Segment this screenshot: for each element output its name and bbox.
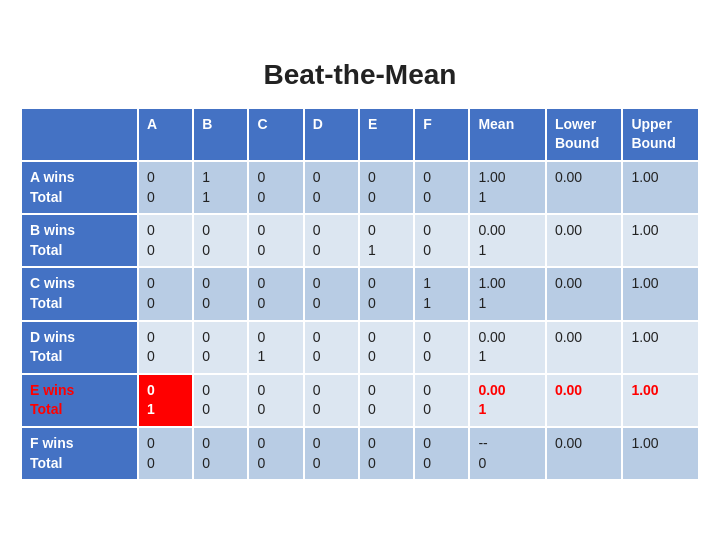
cell-b: 0 0 bbox=[193, 427, 248, 480]
table-row: F wins Total0 00 00 00 00 00 0-- 00.001.… bbox=[21, 427, 699, 480]
cell-c: 0 1 bbox=[248, 321, 303, 374]
cell-mean: 1.00 1 bbox=[469, 267, 546, 320]
row-label: F wins Total bbox=[21, 427, 138, 480]
cell-d: 0 0 bbox=[304, 161, 359, 214]
cell-lower: 0.00 bbox=[546, 321, 623, 374]
cell-b: 0 0 bbox=[193, 214, 248, 267]
cell-a: 0 0 bbox=[138, 427, 193, 480]
cell-mean: 0.00 1 bbox=[469, 374, 546, 427]
cell-f: 0 0 bbox=[414, 161, 469, 214]
table-row: C wins Total0 00 00 00 00 01 11.00 10.00… bbox=[21, 267, 699, 320]
page-title: Beat-the-Mean bbox=[264, 59, 457, 91]
cell-d: 0 0 bbox=[304, 374, 359, 427]
header-b: B bbox=[193, 108, 248, 161]
header-upper: Upper Bound bbox=[622, 108, 699, 161]
header-f: F bbox=[414, 108, 469, 161]
row-label: E wins Total bbox=[21, 374, 138, 427]
cell-e: 0 0 bbox=[359, 267, 414, 320]
row-label: D wins Total bbox=[21, 321, 138, 374]
cell-e: 0 1 bbox=[359, 214, 414, 267]
cell-mean: 1.00 1 bbox=[469, 161, 546, 214]
cell-upper: 1.00 bbox=[622, 374, 699, 427]
header-lower: Lower Bound bbox=[546, 108, 623, 161]
cell-c: 0 0 bbox=[248, 374, 303, 427]
cell-a: 0 0 bbox=[138, 214, 193, 267]
cell-b: 0 0 bbox=[193, 374, 248, 427]
header-e: E bbox=[359, 108, 414, 161]
cell-d: 0 0 bbox=[304, 321, 359, 374]
cell-lower: 0.00 bbox=[546, 267, 623, 320]
cell-a: 0 0 bbox=[138, 267, 193, 320]
header-d: D bbox=[304, 108, 359, 161]
cell-d: 0 0 bbox=[304, 214, 359, 267]
cell-upper: 1.00 bbox=[622, 267, 699, 320]
cell-d: 0 0 bbox=[304, 267, 359, 320]
cell-b: 1 1 bbox=[193, 161, 248, 214]
main-table: A B C D E F Mean Lower Bound Upper Bound… bbox=[20, 107, 700, 481]
cell-c: 0 0 bbox=[248, 267, 303, 320]
row-label: A wins Total bbox=[21, 161, 138, 214]
cell-a: 0 0 bbox=[138, 321, 193, 374]
header-c: C bbox=[248, 108, 303, 161]
cell-f: 1 1 bbox=[414, 267, 469, 320]
row-label: C wins Total bbox=[21, 267, 138, 320]
cell-e: 0 0 bbox=[359, 374, 414, 427]
cell-d: 0 0 bbox=[304, 427, 359, 480]
cell-lower: 0.00 bbox=[546, 214, 623, 267]
cell-b: 0 0 bbox=[193, 321, 248, 374]
cell-mean: -- 0 bbox=[469, 427, 546, 480]
cell-e: 0 0 bbox=[359, 321, 414, 374]
cell-upper: 1.00 bbox=[622, 161, 699, 214]
cell-f: 0 0 bbox=[414, 374, 469, 427]
cell-c: 0 0 bbox=[248, 427, 303, 480]
table-row: D wins Total0 00 00 10 00 00 00.00 10.00… bbox=[21, 321, 699, 374]
cell-c: 0 0 bbox=[248, 214, 303, 267]
cell-mean: 0.00 1 bbox=[469, 321, 546, 374]
row-label: B wins Total bbox=[21, 214, 138, 267]
cell-a: 0 1 bbox=[138, 374, 193, 427]
header-a: A bbox=[138, 108, 193, 161]
table-row: A wins Total0 01 10 00 00 00 01.00 10.00… bbox=[21, 161, 699, 214]
cell-f: 0 0 bbox=[414, 214, 469, 267]
header-row: A B C D E F Mean Lower Bound Upper Bound bbox=[21, 108, 699, 161]
cell-upper: 1.00 bbox=[622, 427, 699, 480]
cell-lower: 0.00 bbox=[546, 374, 623, 427]
cell-upper: 1.00 bbox=[622, 214, 699, 267]
cell-upper: 1.00 bbox=[622, 321, 699, 374]
header-mean: Mean bbox=[469, 108, 546, 161]
cell-a: 0 0 bbox=[138, 161, 193, 214]
cell-c: 0 0 bbox=[248, 161, 303, 214]
cell-lower: 0.00 bbox=[546, 161, 623, 214]
header-empty bbox=[21, 108, 138, 161]
cell-e: 0 0 bbox=[359, 161, 414, 214]
table-row: B wins Total0 00 00 00 00 10 00.00 10.00… bbox=[21, 214, 699, 267]
cell-e: 0 0 bbox=[359, 427, 414, 480]
cell-f: 0 0 bbox=[414, 321, 469, 374]
table-row: E wins Total0 10 00 00 00 00 00.00 10.00… bbox=[21, 374, 699, 427]
cell-b: 0 0 bbox=[193, 267, 248, 320]
cell-mean: 0.00 1 bbox=[469, 214, 546, 267]
cell-lower: 0.00 bbox=[546, 427, 623, 480]
cell-f: 0 0 bbox=[414, 427, 469, 480]
